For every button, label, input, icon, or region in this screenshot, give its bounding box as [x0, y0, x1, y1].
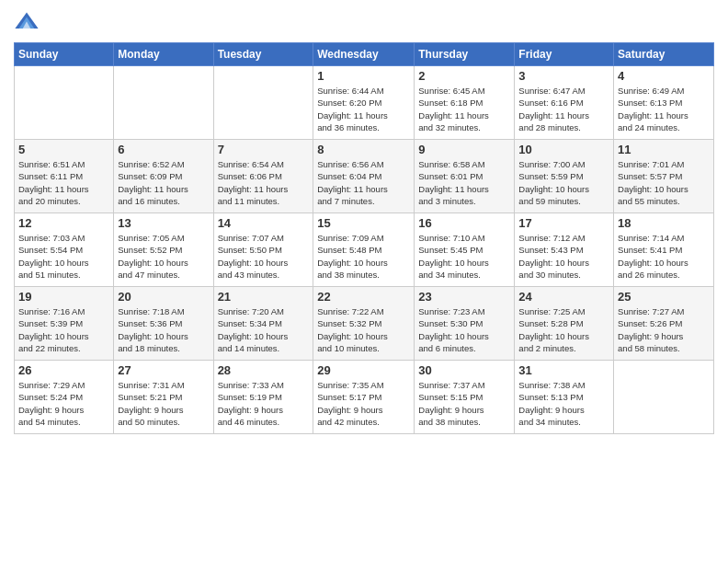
day-info: Sunrise: 7:27 AM Sunset: 5:26 PM Dayligh…	[618, 305, 710, 354]
week-row-5: 26Sunrise: 7:29 AM Sunset: 5:24 PM Dayli…	[15, 361, 714, 434]
day-number: 8	[317, 143, 410, 156]
calendar-cell: 22Sunrise: 7:22 AM Sunset: 5:32 PM Dayli…	[313, 287, 415, 361]
calendar-cell: 3Sunrise: 6:47 AM Sunset: 6:16 PM Daylig…	[515, 66, 614, 140]
calendar-cell: 31Sunrise: 7:38 AM Sunset: 5:13 PM Dayli…	[515, 361, 614, 434]
day-info: Sunrise: 6:51 AM Sunset: 6:11 PM Dayligh…	[18, 158, 109, 207]
weekday-header-wednesday: Wednesday	[313, 43, 415, 66]
day-number: 10	[518, 143, 609, 156]
day-number: 19	[18, 290, 109, 304]
day-info: Sunrise: 6:44 AM Sunset: 6:20 PM Dayligh…	[317, 85, 410, 133]
day-number: 14	[218, 216, 310, 230]
calendar-cell	[114, 66, 213, 140]
day-number: 16	[418, 216, 510, 230]
calendar-cell: 8Sunrise: 6:56 AM Sunset: 6:04 PM Daylig…	[313, 140, 415, 213]
day-info: Sunrise: 7:18 AM Sunset: 5:36 PM Dayligh…	[118, 305, 209, 354]
day-info: Sunrise: 6:52 AM Sunset: 6:09 PM Dayligh…	[118, 158, 209, 207]
day-number: 15	[317, 216, 410, 230]
day-info: Sunrise: 7:33 AM Sunset: 5:19 PM Dayligh…	[218, 379, 310, 428]
calendar-cell: 21Sunrise: 7:20 AM Sunset: 5:34 PM Dayli…	[213, 287, 313, 361]
day-number: 26	[18, 363, 109, 377]
calendar-cell: 4Sunrise: 6:49 AM Sunset: 6:13 PM Daylig…	[614, 66, 714, 140]
day-number: 28	[218, 363, 310, 377]
day-number: 20	[118, 290, 209, 304]
day-info: Sunrise: 7:07 AM Sunset: 5:50 PM Dayligh…	[218, 232, 310, 281]
calendar-cell: 11Sunrise: 7:01 AM Sunset: 5:57 PM Dayli…	[614, 140, 714, 213]
day-number: 17	[518, 216, 609, 230]
calendar-cell: 30Sunrise: 7:37 AM Sunset: 5:15 PM Dayli…	[415, 361, 515, 434]
calendar-cell	[213, 66, 313, 140]
day-number: 3	[518, 69, 609, 83]
day-number: 27	[118, 363, 209, 377]
week-row-1: 1Sunrise: 6:44 AM Sunset: 6:20 PM Daylig…	[15, 66, 714, 140]
week-row-4: 19Sunrise: 7:16 AM Sunset: 5:39 PM Dayli…	[15, 287, 714, 361]
day-info: Sunrise: 7:12 AM Sunset: 5:43 PM Dayligh…	[518, 232, 609, 281]
weekday-header-row: SundayMondayTuesdayWednesdayThursdayFrid…	[15, 43, 714, 66]
day-number: 29	[317, 363, 410, 377]
week-row-3: 12Sunrise: 7:03 AM Sunset: 5:54 PM Dayli…	[15, 213, 714, 287]
header	[14, 9, 714, 35]
calendar-cell: 16Sunrise: 7:10 AM Sunset: 5:45 PM Dayli…	[415, 213, 515, 287]
day-info: Sunrise: 7:03 AM Sunset: 5:54 PM Dayligh…	[18, 232, 109, 281]
day-info: Sunrise: 7:16 AM Sunset: 5:39 PM Dayligh…	[18, 305, 109, 354]
calendar-cell: 6Sunrise: 6:52 AM Sunset: 6:09 PM Daylig…	[114, 140, 213, 213]
calendar-cell: 14Sunrise: 7:07 AM Sunset: 5:50 PM Dayli…	[213, 213, 313, 287]
calendar-cell: 27Sunrise: 7:31 AM Sunset: 5:21 PM Dayli…	[114, 361, 213, 434]
day-number: 25	[618, 290, 710, 304]
calendar: SundayMondayTuesdayWednesdayThursdayFrid…	[14, 42, 714, 434]
day-number: 2	[418, 69, 510, 83]
page: SundayMondayTuesdayWednesdayThursdayFrid…	[0, 0, 728, 563]
logo	[14, 9, 43, 35]
day-number: 1	[317, 69, 410, 83]
day-info: Sunrise: 6:49 AM Sunset: 6:13 PM Dayligh…	[618, 85, 710, 133]
calendar-cell: 23Sunrise: 7:23 AM Sunset: 5:30 PM Dayli…	[415, 287, 515, 361]
day-number: 24	[518, 290, 609, 304]
weekday-header-tuesday: Tuesday	[213, 43, 313, 66]
day-info: Sunrise: 6:54 AM Sunset: 6:06 PM Dayligh…	[218, 158, 310, 207]
day-number: 4	[618, 69, 710, 83]
calendar-cell	[614, 361, 714, 434]
calendar-cell: 26Sunrise: 7:29 AM Sunset: 5:24 PM Dayli…	[15, 361, 114, 434]
calendar-cell: 1Sunrise: 6:44 AM Sunset: 6:20 PM Daylig…	[313, 66, 415, 140]
weekday-header-saturday: Saturday	[614, 43, 714, 66]
day-info: Sunrise: 7:35 AM Sunset: 5:17 PM Dayligh…	[317, 379, 410, 428]
day-info: Sunrise: 7:29 AM Sunset: 5:24 PM Dayligh…	[18, 379, 109, 428]
calendar-cell: 18Sunrise: 7:14 AM Sunset: 5:41 PM Dayli…	[614, 213, 714, 287]
day-info: Sunrise: 7:05 AM Sunset: 5:52 PM Dayligh…	[118, 232, 209, 281]
logo-icon	[14, 9, 40, 35]
calendar-cell: 9Sunrise: 6:58 AM Sunset: 6:01 PM Daylig…	[415, 140, 515, 213]
day-info: Sunrise: 7:00 AM Sunset: 5:59 PM Dayligh…	[518, 158, 609, 207]
calendar-cell: 24Sunrise: 7:25 AM Sunset: 5:28 PM Dayli…	[515, 287, 614, 361]
calendar-cell: 2Sunrise: 6:45 AM Sunset: 6:18 PM Daylig…	[415, 66, 515, 140]
calendar-cell: 29Sunrise: 7:35 AM Sunset: 5:17 PM Dayli…	[313, 361, 415, 434]
day-info: Sunrise: 7:14 AM Sunset: 5:41 PM Dayligh…	[618, 232, 710, 281]
day-info: Sunrise: 6:56 AM Sunset: 6:04 PM Dayligh…	[317, 158, 410, 207]
weekday-header-thursday: Thursday	[415, 43, 515, 66]
calendar-cell: 25Sunrise: 7:27 AM Sunset: 5:26 PM Dayli…	[614, 287, 714, 361]
day-info: Sunrise: 7:31 AM Sunset: 5:21 PM Dayligh…	[118, 379, 209, 428]
day-info: Sunrise: 7:01 AM Sunset: 5:57 PM Dayligh…	[618, 158, 710, 207]
calendar-cell: 5Sunrise: 6:51 AM Sunset: 6:11 PM Daylig…	[15, 140, 114, 213]
calendar-cell: 12Sunrise: 7:03 AM Sunset: 5:54 PM Dayli…	[15, 213, 114, 287]
day-info: Sunrise: 7:38 AM Sunset: 5:13 PM Dayligh…	[518, 379, 609, 428]
calendar-cell: 7Sunrise: 6:54 AM Sunset: 6:06 PM Daylig…	[213, 140, 313, 213]
day-number: 18	[618, 216, 710, 230]
day-number: 9	[418, 143, 510, 156]
day-number: 13	[118, 216, 209, 230]
day-info: Sunrise: 7:10 AM Sunset: 5:45 PM Dayligh…	[418, 232, 510, 281]
day-number: 22	[317, 290, 410, 304]
calendar-cell	[15, 66, 114, 140]
calendar-cell: 20Sunrise: 7:18 AM Sunset: 5:36 PM Dayli…	[114, 287, 213, 361]
calendar-cell: 28Sunrise: 7:33 AM Sunset: 5:19 PM Dayli…	[213, 361, 313, 434]
day-info: Sunrise: 7:37 AM Sunset: 5:15 PM Dayligh…	[418, 379, 510, 428]
day-number: 6	[118, 143, 209, 156]
day-number: 23	[418, 290, 510, 304]
day-number: 21	[218, 290, 310, 304]
week-row-2: 5Sunrise: 6:51 AM Sunset: 6:11 PM Daylig…	[15, 140, 714, 213]
day-number: 5	[18, 143, 109, 156]
day-number: 11	[618, 143, 710, 156]
day-info: Sunrise: 6:47 AM Sunset: 6:16 PM Dayligh…	[518, 85, 609, 133]
day-info: Sunrise: 7:23 AM Sunset: 5:30 PM Dayligh…	[418, 305, 510, 354]
calendar-cell: 17Sunrise: 7:12 AM Sunset: 5:43 PM Dayli…	[515, 213, 614, 287]
day-info: Sunrise: 6:58 AM Sunset: 6:01 PM Dayligh…	[418, 158, 510, 207]
weekday-header-monday: Monday	[114, 43, 213, 66]
